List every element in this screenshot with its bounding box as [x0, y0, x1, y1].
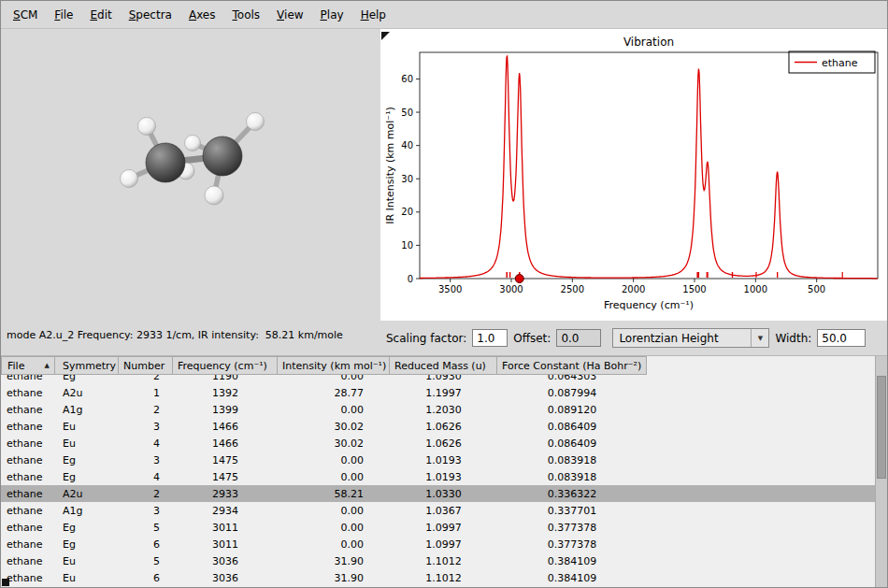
column-header-0[interactable]: File▲ [1, 356, 55, 375]
menu-bar: SCMFileEditSpectraAxesToolsViewPlayHelp [1, 1, 887, 29]
svg-text:40: 40 [401, 140, 413, 151]
pane-sash-grip[interactable] [381, 32, 390, 40]
menu-play[interactable]: Play [312, 5, 352, 25]
svg-text:1500: 1500 [682, 284, 706, 294]
carbon-atom [146, 143, 185, 182]
broadening-select[interactable]: Lorentzian Height ▼ [612, 328, 769, 348]
spectrum-chart[interactable]: Vibration Frequency (cm⁻¹) IR Intensity … [380, 29, 888, 321]
legend: ethane [789, 51, 875, 73]
menu-file[interactable]: File [46, 5, 81, 25]
table-row[interactable]: ethaneEg630110.001.09970.377378 [1, 536, 875, 552]
selected-mode-marker[interactable] [515, 275, 523, 283]
column-header-2[interactable]: Number [119, 356, 173, 375]
table-row[interactable]: ethaneEg530110.001.09970.377378 [1, 519, 875, 536]
status-controls-band: mode A2.u_2 Frequency: 2933 1/cm, IR int… [1, 321, 887, 355]
menu-axes[interactable]: Axes [180, 5, 224, 25]
table-scrollbar[interactable] [875, 356, 887, 588]
svg-text:2500: 2500 [561, 284, 584, 294]
table-row[interactable]: ethaneEu6303631.901.10120.384109 [1, 569, 875, 586]
chart-title: Vibration [623, 36, 674, 49]
svg-text:2000: 2000 [622, 284, 645, 294]
hydrogen-atom [185, 136, 201, 151]
table-row[interactable]: ethaneEu4146630.021.06260.086409 [1, 435, 875, 452]
svg-text:3500: 3500 [438, 284, 462, 294]
svg-text:60: 60 [401, 74, 413, 84]
spectrum-plot-panel[interactable]: Vibration Frequency (cm⁻¹) IR Intensity … [380, 29, 888, 321]
menu-scm[interactable]: SCM [5, 5, 46, 25]
broadening-selected-value: Lorentzian Height [613, 332, 751, 345]
offset-label: Offset: [513, 332, 551, 345]
svg-text:30: 30 [401, 174, 413, 184]
table-row[interactable]: ethaneA1g213990.001.20300.089120 [1, 401, 875, 418]
column-header-1[interactable]: Symmetry [55, 356, 119, 375]
width-input[interactable] [817, 329, 866, 347]
column-header-4[interactable]: Intensity (km mol⁻¹) [278, 356, 390, 375]
menu-spectra[interactable]: Spectra [121, 5, 180, 25]
table-row[interactable]: ethaneEg414750.001.01930.083918 [1, 468, 875, 485]
table-row[interactable]: ethaneA1g329340.001.03670.337701 [1, 502, 875, 519]
carbon-atom [203, 136, 242, 176]
table-row[interactable]: ethaneA2u2293358.211.03300.336322 [1, 485, 875, 502]
svg-text:10: 10 [401, 240, 413, 251]
svg-text:0: 0 [408, 274, 413, 284]
table-row[interactable]: ethaneEu5303631.901.10120.384109 [1, 552, 875, 569]
svg-text:1000: 1000 [744, 284, 767, 294]
column-header-3[interactable]: Frequency (cm⁻¹) [173, 356, 278, 375]
table-row[interactable]: ethaneEu3146630.021.06260.086409 [1, 418, 875, 435]
table-header: File▲SymmetryNumberFrequency (cm⁻¹)Inten… [1, 356, 887, 375]
menu-edit[interactable]: Edit [81, 5, 120, 25]
menu-help[interactable]: Help [352, 5, 394, 25]
hydrogen-atom [138, 118, 156, 136]
molecule-3d-scene [1, 29, 380, 321]
offset-input[interactable] [556, 329, 601, 347]
table-row[interactable]: ethaneEg211900.001.09300.064303 [1, 375, 875, 384]
svg-text:500: 500 [808, 284, 825, 294]
menu-view[interactable]: View [268, 5, 311, 25]
column-header-5[interactable]: Reduced Mass (u) [390, 356, 497, 375]
table-row[interactable]: ethaneA2u1139228.771.19970.087994 [1, 384, 875, 401]
svg-text:3000: 3000 [499, 284, 523, 294]
svg-text:20: 20 [401, 207, 413, 217]
pane-grip[interactable] [2, 579, 9, 586]
sort-ascending-icon: ▲ [41, 362, 50, 369]
application-window: SCMFileEditSpectraAxesToolsViewPlayHelp [0, 0, 888, 588]
molecule-viewer[interactable] [1, 29, 380, 321]
plot-controls: Scaling factor: Offset: Lorentzian Heigh… [380, 321, 887, 355]
table-body: ethaneEg211900.001.09300.064303ethaneA2u… [1, 375, 875, 588]
column-header-6[interactable]: Force Constant (Ha Bohr⁻²) [497, 356, 647, 375]
width-label: Width: [775, 332, 811, 345]
x-axis-label: Frequency (cm⁻¹) [604, 299, 694, 311]
scaling-factor-label: Scaling factor: [386, 332, 466, 345]
legend-label: ethane [822, 57, 858, 69]
hydrogen-atom [121, 170, 138, 188]
table-row[interactable]: ethaneEg314750.001.01930.083918 [1, 452, 875, 468]
modes-table: File▲SymmetryNumberFrequency (cm⁻¹)Inten… [1, 355, 887, 588]
scaling-factor-input[interactable] [472, 329, 508, 347]
menu-tools[interactable]: Tools [224, 5, 269, 25]
y-axis-label: IR Intensity (km mol⁻¹) [384, 107, 396, 224]
mode-status-text: mode A2.u_2 Frequency: 2933 1/cm, IR int… [1, 321, 380, 355]
chevron-down-icon: ▼ [751, 329, 768, 347]
main-panes: Vibration Frequency (cm⁻¹) IR Intensity … [1, 29, 887, 321]
svg-text:50: 50 [401, 108, 413, 118]
scrollbar-thumb[interactable] [877, 376, 886, 479]
hydrogen-atom [247, 113, 265, 131]
hydrogen-atom [205, 186, 223, 205]
